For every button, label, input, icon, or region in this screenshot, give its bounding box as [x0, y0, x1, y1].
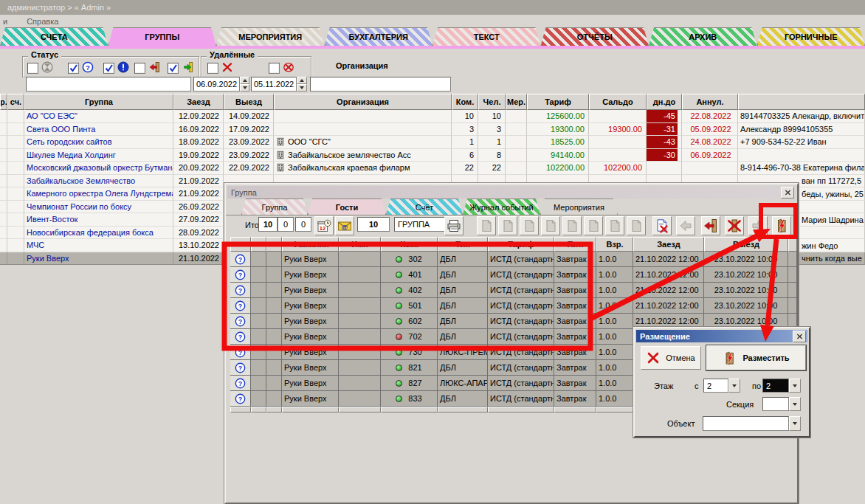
tab-accounts[interactable]: СЧЕТА [0, 27, 108, 46]
dialog-tab-account[interactable]: Счёт [386, 199, 463, 215]
group-dialog-title: Группа [231, 188, 257, 197]
document-button-2[interactable] [520, 216, 539, 235]
table-row[interactable]: Московский джазовый оркестр Бутмана20.09… [0, 162, 865, 175]
table-row[interactable]: Света ООО Пинта16.09.202217.09.202233193… [0, 123, 865, 137]
svg-text:?: ? [238, 286, 242, 294]
place-guests-button[interactable] [772, 216, 791, 235]
guest-cell-tariff: ИСТД (стандартн [488, 298, 554, 314]
cell-departure: 23.09.2022 [224, 136, 274, 149]
date-to-up-button[interactable] [297, 77, 307, 84]
date-from-spinner[interactable]: 06.09.2022 [193, 77, 249, 92]
guest-row[interactable]: ?Руки Вверх401ДБЛИСТД (стандартнЗавтрак1… [226, 267, 797, 283]
cancel-button[interactable]: Отмена [641, 346, 701, 370]
cell-group: Забайкальское Землячество [24, 175, 173, 188]
document-button-7[interactable] [627, 216, 646, 235]
cell-arrival: 20.09.2022 [173, 162, 224, 175]
chevron-down-icon[interactable] [728, 379, 740, 393]
question-circle-icon: ? [235, 285, 246, 296]
placement-dialog-close-button[interactable] [793, 331, 806, 342]
date-to-value[interactable]: 05.11.2022 [251, 77, 297, 92]
floor-to-combo[interactable]: 2 [762, 379, 801, 393]
tab-reports[interactable]: ОТЧЁТЫ [541, 27, 649, 46]
lightning-door-icon [723, 351, 737, 365]
document-button-1[interactable] [498, 216, 517, 235]
table-row[interactable]: Шкулев Медиа Холдинг19.09.202223.09.2022… [0, 149, 865, 162]
room-status-dot-green [396, 380, 402, 387]
guest-cell-surname: Руки Вверх [282, 314, 339, 329]
object-combo[interactable] [703, 416, 801, 431]
tab-groups[interactable]: ГРУППЫ [108, 27, 217, 46]
column-header-balance: Сальдо [589, 94, 647, 110]
date-to-down-button[interactable] [297, 84, 307, 92]
tab-text[interactable]: ТЕКСТ [432, 27, 541, 46]
cancel-check-in-button[interactable] [725, 216, 744, 235]
status-checkbox-4[interactable] [168, 63, 179, 74]
guest-row[interactable]: ?Руки Вверх302ДБЛИСТД (стандартнЗавтрак1… [226, 252, 797, 267]
cell-tariff: 19300.00 [527, 123, 589, 137]
calendar-button[interactable]: 12 [314, 216, 334, 235]
table-row[interactable]: Сеть городских сайтов18.09.202223.09.202… [0, 136, 865, 149]
check-in-button[interactable] [701, 216, 720, 235]
chevron-down-icon[interactable] [789, 397, 801, 411]
guest-row[interactable]: ?Руки Вверх402ДБЛИСТД (стандартнЗавтрак1… [226, 283, 797, 298]
dialog-tab-guests[interactable]: Гости [308, 199, 386, 215]
guest-column-header-s2 [266, 237, 282, 252]
print-button[interactable] [444, 216, 463, 235]
cell-r [0, 227, 7, 240]
guest-cell-room: 302 [381, 252, 438, 267]
room-status-dot-green [396, 396, 402, 402]
tab-archive[interactable]: АРХИВ [649, 27, 757, 46]
organization-filter-input[interactable] [310, 77, 451, 92]
delete-document-button[interactable] [652, 216, 672, 235]
guest-row[interactable]: ?Руки Вверх501ДБЛИСТД (стандартнЗавтрак1… [226, 298, 797, 314]
place-button[interactable]: Разместить [706, 345, 806, 370]
status-checkbox-3[interactable] [134, 63, 145, 74]
cell-r [0, 252, 7, 266]
guest-cell-tariff: ИСТД (стандартн [488, 267, 554, 283]
document-button-5[interactable] [584, 216, 603, 235]
guest-cell-surname: Руки Вверх [282, 252, 339, 267]
document-button-3[interactable] [541, 216, 560, 235]
document-button-4[interactable] [562, 216, 582, 235]
chevron-down-icon[interactable] [789, 416, 801, 431]
status-checkbox-2[interactable] [103, 63, 114, 74]
placement-dialog-titlebar: Размещение [636, 330, 807, 342]
date-to-spinner[interactable]: 05.11.2022 [251, 77, 307, 92]
document-button-6[interactable] [605, 216, 624, 235]
date-from-value[interactable]: 06.09.2022 [193, 77, 240, 92]
guest-column-header-departure: Выезд [704, 237, 788, 252]
floor-from-combo[interactable]: 2 [703, 379, 740, 393]
menu-item-help[interactable]: Справка [27, 17, 58, 26]
deleted-checkbox-1[interactable] [269, 63, 280, 74]
guest-column-header-name: Имя [339, 237, 381, 252]
floor-to-value: 2 [762, 379, 789, 393]
next-button[interactable] [748, 216, 768, 235]
document-button-0[interactable] [477, 216, 496, 235]
section-combo[interactable] [762, 397, 801, 411]
dialog-tab-group[interactable]: Группа [241, 199, 308, 215]
menu-item-0[interactable]: и [3, 17, 7, 26]
tab-housekeeping[interactable]: ГОРНИЧНЫЕ [757, 27, 865, 46]
group-dialog-close-button[interactable] [781, 187, 794, 199]
deleted-checkbox-0[interactable] [207, 63, 218, 74]
guest-cell-s2 [266, 298, 282, 314]
room-status-dot-red [396, 334, 402, 340]
chevron-down-icon[interactable] [789, 379, 801, 393]
date-from-down-button[interactable] [240, 84, 249, 92]
floor-from-value: 2 [703, 379, 728, 393]
tab-events[interactable]: МЕРОПРИЯТИЯ [216, 27, 325, 46]
cell-balance [589, 110, 647, 123]
guest-cell-s1 [251, 267, 266, 283]
dialog-tab-journal[interactable]: Журнал событий [463, 199, 540, 215]
date-from-up-button[interactable] [240, 77, 249, 84]
status-checkbox-0[interactable] [27, 63, 38, 74]
selected-count: 10 [357, 217, 390, 232]
group-filter-input[interactable] [26, 77, 191, 92]
table-row[interactable]: АО "СО ЕЭС"12.09.202214.09.2022101012560… [0, 110, 865, 123]
prev-button[interactable] [676, 216, 695, 235]
cell-r [0, 123, 7, 137]
dialog-tab-events[interactable]: Мероприятия [540, 199, 618, 215]
tab-accounting[interactable]: БУХГАЛТЕРИЯ [325, 27, 433, 46]
mail-button[interactable]: @ [335, 216, 354, 235]
status-checkbox-1[interactable] [68, 63, 79, 74]
